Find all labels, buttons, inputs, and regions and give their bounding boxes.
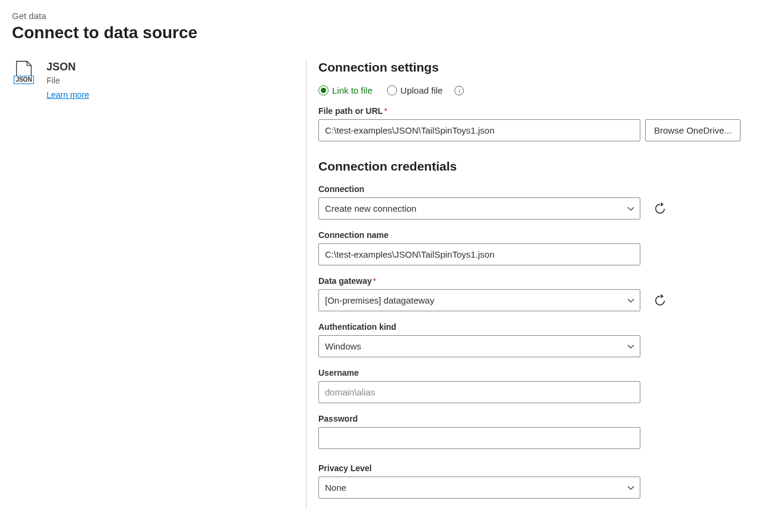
connection-select[interactable]: Create new connection	[318, 197, 640, 219]
chevron-down-icon	[627, 296, 635, 305]
radio-icon	[387, 85, 397, 95]
radio-link-label: Link to file	[332, 85, 373, 95]
file-path-label: File path or URL*	[318, 106, 741, 116]
auth-kind-value: Windows	[325, 341, 361, 351]
source-title: JSON	[47, 60, 89, 74]
radio-upload-file[interactable]: Upload file	[387, 85, 443, 95]
connection-name-label: Connection name	[318, 230, 741, 240]
info-icon[interactable]: i	[454, 86, 464, 95]
gateway-value: [On-premises] datagateway	[325, 295, 434, 305]
privacy-label: Privacy Level	[318, 463, 741, 473]
page-title: Connect to data source	[12, 23, 747, 42]
username-label: Username	[318, 368, 741, 378]
refresh-gateway-button[interactable]	[651, 292, 669, 310]
refresh-connection-button[interactable]	[651, 200, 669, 218]
gateway-label: Data gateway*	[318, 276, 741, 286]
gateway-select[interactable]: [On-premises] datagateway	[318, 289, 640, 311]
privacy-value: None	[325, 482, 346, 493]
connection-label: Connection	[318, 184, 741, 194]
radio-icon	[318, 85, 329, 95]
connection-value: Create new connection	[325, 203, 416, 214]
settings-section-title: Connection settings	[318, 60, 741, 75]
json-file-icon: JSON	[12, 60, 36, 84]
privacy-select[interactable]: None	[318, 477, 640, 499]
browse-onedrive-button[interactable]: Browse OneDrive...	[645, 119, 741, 141]
file-path-input[interactable]	[318, 119, 640, 141]
password-label: Password	[318, 414, 741, 423]
chevron-down-icon	[627, 205, 635, 213]
connection-name-input[interactable]	[318, 243, 640, 265]
chevron-down-icon	[627, 484, 635, 492]
radio-link-to-file[interactable]: Link to file	[318, 85, 373, 95]
radio-upload-label: Upload file	[401, 85, 443, 95]
username-input[interactable]	[318, 381, 640, 403]
auth-kind-select[interactable]: Windows	[318, 335, 640, 357]
breadcrumb: Get data	[12, 11, 747, 21]
credentials-section-title: Connection credentials	[318, 159, 741, 174]
source-type: File	[47, 76, 89, 85]
auth-kind-label: Authentication kind	[318, 322, 741, 332]
password-input[interactable]	[318, 427, 640, 449]
chevron-down-icon	[627, 342, 635, 351]
json-badge-label: JSON	[14, 76, 33, 84]
learn-more-link[interactable]: Learn more	[47, 90, 89, 100]
